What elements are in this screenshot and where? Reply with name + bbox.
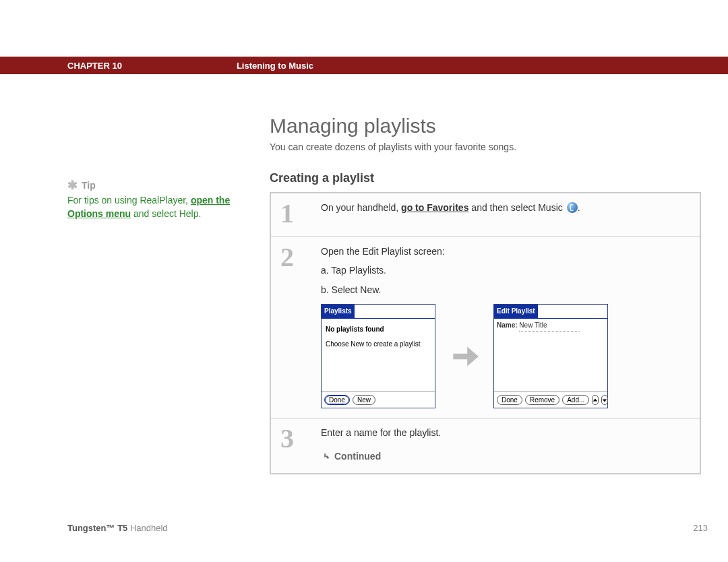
step-number: 1 — [280, 200, 307, 227]
up-arrow-icon[interactable] — [592, 395, 599, 405]
down-arrow-icon[interactable] — [601, 395, 608, 405]
screen-titlebar: Edit Playlist — [494, 305, 607, 319]
tip-label: Tip — [82, 180, 96, 191]
step-2b: b. Select New. — [321, 282, 690, 297]
playlists-screen: Playlists No playlists found Choose New … — [321, 304, 435, 408]
main-content: Managing playlists You can create dozens… — [270, 115, 701, 474]
done-button[interactable]: Done — [324, 395, 350, 405]
continued-label: Continued — [334, 449, 381, 464]
music-icon — [567, 202, 578, 213]
step-2-line: Open the Edit Playlist screen: — [321, 244, 690, 259]
screen-footer: Done New — [322, 392, 435, 408]
chapter-header: CHAPTER 10 Listening to Music — [0, 57, 728, 74]
add-button[interactable]: Add... — [562, 395, 589, 405]
page-number: 213 — [693, 523, 708, 533]
step-1-body: On your handheld, go to Favorites and th… — [321, 200, 690, 227]
favorites-link[interactable]: go to Favorites — [401, 202, 468, 213]
step-number: 3 — [280, 425, 307, 464]
steps-table: 1 On your handheld, go to Favorites and … — [270, 192, 701, 474]
step-number: 2 — [280, 244, 307, 408]
step-2-sublist: a. Tap Playlists. b. Select New. — [321, 263, 690, 297]
step-1-pre: On your handheld, — [321, 202, 401, 213]
name-label: Name: — [497, 321, 518, 329]
edit-playlist-screen: Edit Playlist Name: New Title Done Remov… — [493, 304, 608, 408]
step-1: 1 On your handheld, go to Favorites and … — [271, 193, 700, 237]
top-spacer — [0, 0, 728, 57]
intro-text: You can create dozens of playlists with … — [270, 142, 701, 152]
no-playlists-msg: No playlists found — [326, 324, 431, 335]
chapter-topic: Listening to Music — [237, 61, 313, 71]
name-field[interactable]: New Title — [519, 320, 580, 332]
screen-title: Edit Playlist — [494, 305, 538, 318]
step-2-body: Open the Edit Playlist screen: a. Tap Pl… — [321, 244, 690, 408]
screen-footer: Done Remove Add... — [494, 392, 607, 408]
remove-button[interactable]: Remove — [525, 395, 559, 405]
name-row: Name: New Title — [494, 319, 607, 333]
tip-body: For tips on using RealPlayer, open the O… — [67, 194, 256, 220]
choose-new-msg: Choose New to create a playlist — [326, 339, 431, 350]
screen-body — [494, 333, 607, 392]
product-bold: Tungsten™ T5 — [67, 523, 127, 533]
done-button[interactable]: Done — [497, 395, 522, 405]
sidebar: ✱ Tip For tips on using RealPlayer, open… — [67, 115, 270, 474]
screen-body: No playlists found Choose New to create … — [322, 319, 435, 392]
asterisk-icon: ✱ — [67, 179, 78, 191]
screen-title: Playlists — [322, 305, 355, 318]
subsection-title: Creating a playlist — [270, 171, 701, 185]
step-2a: a. Tap Playlists. — [321, 263, 690, 278]
step-2: 2 Open the Edit Playlist screen: a. Tap … — [271, 237, 700, 418]
chapter-label: CHAPTER 10 — [67, 61, 122, 71]
step-3-body: Enter a name for the playlist. Continued — [321, 425, 690, 464]
product-rest: Handheld — [127, 523, 167, 533]
screenshots-row: Playlists No playlists found Choose New … — [321, 304, 690, 408]
step-3-line: Enter a name for the playlist. — [321, 425, 690, 440]
tip-post: and select Help. — [131, 208, 201, 219]
continued-row: Continued — [321, 449, 690, 464]
step-1-end: . — [578, 202, 580, 213]
tip-pre: For tips on using RealPlayer, — [67, 195, 191, 206]
step-3: 3 Enter a name for the playlist. Continu… — [271, 418, 700, 473]
page-footer: Tungsten™ T5 Handheld 213 — [0, 523, 728, 533]
step-1-post: and then select Music — [468, 202, 565, 213]
product-name: Tungsten™ T5 Handheld — [67, 523, 168, 533]
page-title: Managing playlists — [270, 115, 701, 137]
screen-titlebar: Playlists — [322, 305, 435, 319]
continued-arrow-icon — [321, 451, 330, 461]
new-button[interactable]: New — [353, 395, 375, 405]
arrow-right-icon — [448, 340, 481, 373]
tip-heading: ✱ Tip — [67, 179, 256, 191]
